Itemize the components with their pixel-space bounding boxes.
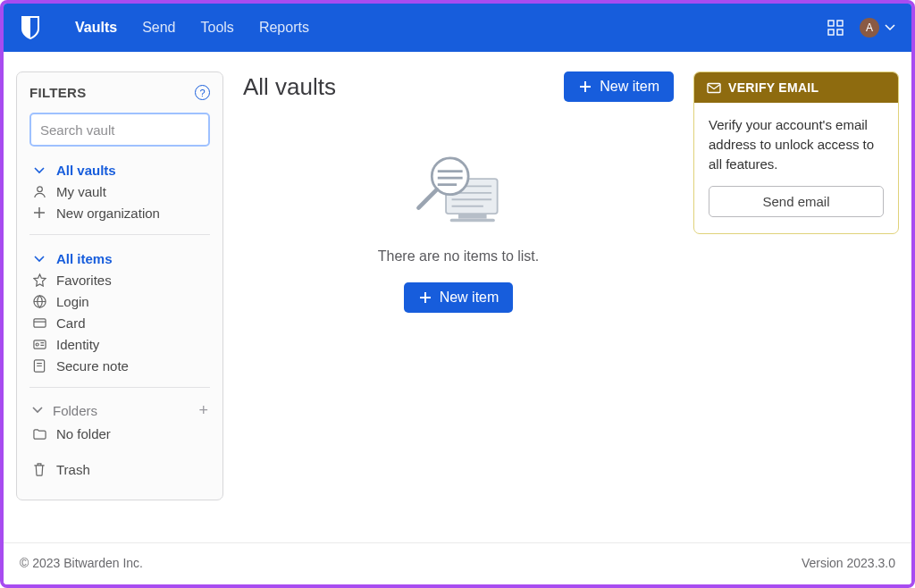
- product-switcher-icon[interactable]: [827, 20, 844, 36]
- footer-version: Version 2023.3.0: [802, 556, 895, 570]
- svg-rect-16: [450, 219, 495, 223]
- main-area: FILTERS ? All vaults My vault New organi…: [4, 52, 911, 500]
- filter-label: My vault: [56, 184, 106, 199]
- content-area: All vaults New item: [239, 71, 677, 500]
- right-column: VERIFY EMAIL Verify your account's email…: [693, 71, 899, 500]
- card-icon: [31, 315, 47, 331]
- account-menu[interactable]: A: [860, 18, 895, 38]
- new-item-button-top[interactable]: New item: [564, 71, 674, 102]
- filters-sidebar: FILTERS ? All vaults My vault New organi…: [16, 71, 223, 500]
- folder-no-folder[interactable]: No folder: [29, 423, 210, 444]
- svg-point-8: [36, 343, 38, 346]
- svg-rect-1: [837, 21, 843, 26]
- filter-identity[interactable]: Identity: [29, 333, 210, 355]
- filter-label: Secure note: [56, 358, 129, 374]
- folders-header[interactable]: Folders +: [29, 399, 210, 423]
- chevron-down-icon: [885, 23, 895, 32]
- filter-login[interactable]: Login: [29, 290, 210, 312]
- folders-label: Folders: [53, 403, 97, 418]
- footer: © 2023 Bitwarden Inc. Version 2023.3.0: [4, 542, 911, 584]
- svg-line-21: [418, 189, 436, 207]
- filter-all-items[interactable]: All items: [29, 248, 210, 269]
- filter-favorites[interactable]: Favorites: [29, 269, 210, 290]
- send-email-button[interactable]: Send email: [709, 186, 884, 217]
- new-item-button-center[interactable]: New item: [404, 282, 514, 313]
- new-item-label: New item: [600, 79, 659, 95]
- app-logo: [20, 14, 43, 41]
- search-input[interactable]: [29, 113, 210, 147]
- filter-label: Favorites: [56, 273, 112, 288]
- page-title: All vaults: [243, 73, 336, 101]
- empty-state: There are no items to list. New item: [243, 109, 674, 313]
- note-icon: [31, 357, 47, 374]
- plus-icon: [578, 80, 592, 94]
- empty-text: There are no items to list.: [378, 248, 540, 265]
- nav-vaults[interactable]: Vaults: [75, 20, 117, 36]
- mail-icon: [707, 82, 721, 94]
- filter-card[interactable]: Card: [29, 312, 210, 333]
- nav-send[interactable]: Send: [142, 20, 175, 36]
- new-organization[interactable]: New organization: [29, 202, 210, 223]
- filter-label: Card: [56, 315, 86, 331]
- empty-illustration: [400, 147, 516, 236]
- filter-my-vault[interactable]: My vault: [29, 181, 210, 202]
- trash-label: Trash: [56, 462, 90, 477]
- nav-tools[interactable]: Tools: [201, 20, 234, 36]
- filter-label: All items: [56, 251, 113, 266]
- svg-rect-15: [458, 214, 487, 219]
- svg-rect-3: [837, 29, 843, 35]
- verify-heading-text: VERIFY EMAIL: [728, 80, 818, 95]
- svg-rect-0: [828, 21, 834, 26]
- chevron-down-icon: [31, 162, 47, 178]
- chevron-down-icon: [31, 403, 44, 418]
- top-nav: Vaults Send Tools Reports: [75, 20, 309, 36]
- svg-point-4: [37, 186, 42, 191]
- filter-label: All vaults: [56, 163, 116, 178]
- new-item-label: New item: [440, 290, 499, 306]
- trash[interactable]: Trash: [29, 458, 210, 480]
- svg-rect-6: [33, 318, 45, 326]
- verify-email-card: VERIFY EMAIL Verify your account's email…: [693, 71, 899, 234]
- folder-label: No folder: [56, 426, 111, 441]
- add-folder-button[interactable]: +: [198, 401, 208, 420]
- filter-label: New organization: [56, 206, 160, 221]
- chevron-down-icon: [31, 250, 47, 266]
- top-bar: Vaults Send Tools Reports A: [4, 4, 911, 52]
- id-icon: [31, 336, 47, 352]
- verify-email-heading: VERIFY EMAIL: [694, 72, 898, 103]
- folder-icon: [31, 425, 47, 441]
- help-icon[interactable]: ?: [195, 85, 210, 100]
- trash-icon: [31, 461, 47, 477]
- filter-label: Identity: [56, 337, 99, 352]
- person-icon: [31, 183, 47, 199]
- verify-body-text: Verify your account's email address to u…: [709, 115, 884, 173]
- filters-heading: FILTERS: [29, 85, 86, 100]
- topbar-right: A: [827, 18, 895, 38]
- svg-rect-2: [828, 29, 834, 35]
- filter-all-vaults[interactable]: All vaults: [29, 159, 210, 181]
- svg-rect-22: [708, 83, 720, 92]
- filter-label: Login: [56, 294, 89, 309]
- filter-secure-note[interactable]: Secure note: [29, 355, 210, 376]
- star-icon: [31, 272, 47, 288]
- footer-copyright: © 2023 Bitwarden Inc.: [20, 556, 143, 570]
- plus-icon: [31, 205, 47, 221]
- globe-icon: [31, 293, 47, 309]
- avatar: A: [860, 18, 879, 38]
- nav-reports[interactable]: Reports: [259, 20, 309, 36]
- plus-icon: [418, 290, 432, 305]
